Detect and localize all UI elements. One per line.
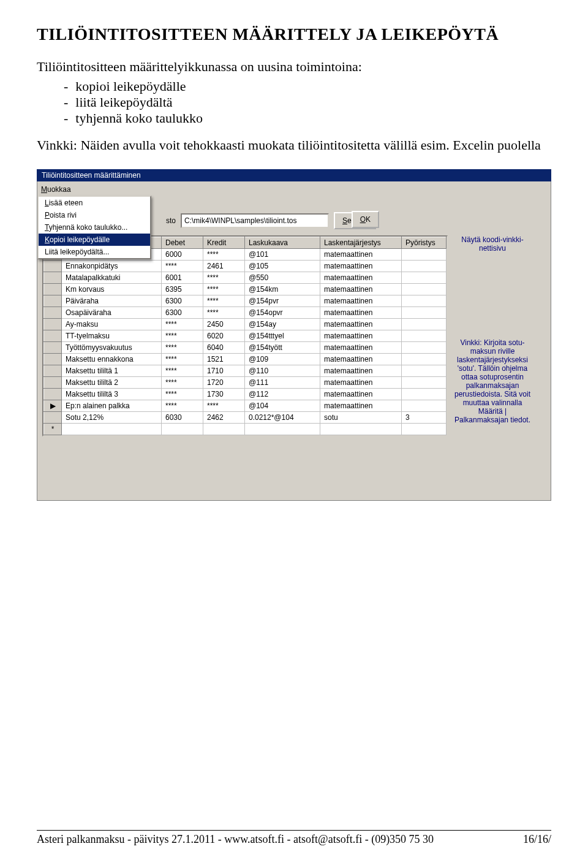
cell[interactable]: 3: [402, 412, 447, 424]
cell[interactable]: 1521: [203, 354, 245, 365]
cell[interactable]: Ennakonpidätys: [62, 261, 162, 272]
cell[interactable]: ****: [162, 342, 203, 354]
cell[interactable]: @154pvr: [245, 295, 320, 307]
table-row[interactable]: Osapäiväraha6300****@154opvrmatemaattine…: [44, 307, 447, 319]
cell[interactable]: sotu: [320, 412, 402, 424]
cell[interactable]: matemaattinen: [320, 342, 402, 354]
table-row[interactable]: Matalapalkkatuki6001****@550matemaattine…: [44, 272, 447, 284]
table-row[interactable]: TT-tyelmaksu****6020@154tttyelmatemaatti…: [44, 330, 447, 342]
cell[interactable]: [402, 284, 447, 295]
cell[interactable]: [203, 424, 245, 435]
cell[interactable]: 6020: [203, 330, 245, 342]
cell[interactable]: [402, 400, 447, 412]
open-dropdown[interactable]: Lisää eteen Poista rivi Tyhjennä koko ta…: [37, 196, 151, 259]
cell[interactable]: ****: [203, 249, 245, 261]
cell[interactable]: 2461: [203, 261, 245, 272]
cell[interactable]: @154km: [245, 284, 320, 295]
menu-item-liita[interactable]: Liitä leikepöydältä...: [39, 246, 150, 258]
table-row[interactable]: Km korvaus6395****@154kmmatemaattinen: [44, 284, 447, 295]
menu-item-kopioi[interactable]: Kopioi leikepöydälle: [39, 234, 150, 246]
cell[interactable]: [402, 342, 447, 354]
cell[interactable]: matemaattinen: [320, 272, 402, 284]
cell[interactable]: ****: [162, 261, 203, 272]
table-row[interactable]: Työttömyysvakuutus****6040@154työttmatem…: [44, 342, 447, 354]
cell[interactable]: [402, 307, 447, 319]
cell[interactable]: Työttömyysvakuutus: [62, 342, 162, 354]
table-row[interactable]: Ay-maksu****2450@154aymatemaattinen: [44, 319, 447, 330]
cell[interactable]: [402, 249, 447, 261]
cell[interactable]: @154opvr: [245, 307, 320, 319]
cell[interactable]: Maksettu ennakkona: [62, 354, 162, 365]
table-row[interactable]: Päiväraha6300****@154pvrmatemaattinen: [44, 295, 447, 307]
menu-item-poista[interactable]: Poista rivi: [39, 209, 150, 221]
cell[interactable]: matemaattinen: [320, 307, 402, 319]
cell[interactable]: @550: [245, 272, 320, 284]
cell[interactable]: matemaattinen: [320, 365, 402, 377]
cell[interactable]: Maksettu tililtä 3: [62, 389, 162, 400]
menu-muokkaa[interactable]: Muokkaa: [41, 185, 71, 194]
cell[interactable]: [402, 354, 447, 365]
cell[interactable]: [402, 295, 447, 307]
cell[interactable]: 1720: [203, 377, 245, 389]
cell[interactable]: @104: [245, 400, 320, 412]
cell[interactable]: matemaattinen: [320, 400, 402, 412]
cell[interactable]: [402, 365, 447, 377]
cell[interactable]: @110: [245, 365, 320, 377]
table-row[interactable]: ▶Ep:n alainen palkka********@104matemaat…: [44, 400, 447, 412]
cell[interactable]: [402, 261, 447, 272]
cell[interactable]: [402, 272, 447, 284]
cell[interactable]: [162, 424, 203, 435]
cell[interactable]: matemaattinen: [320, 319, 402, 330]
cell[interactable]: ****: [203, 284, 245, 295]
table-row[interactable]: Sotu 2,12%603024620.0212*@104sotu3: [44, 412, 447, 424]
cell[interactable]: ****: [203, 272, 245, 284]
cell[interactable]: ****: [162, 354, 203, 365]
cell[interactable]: @105: [245, 261, 320, 272]
menu-item-tyhjenna[interactable]: Tyhjennä koko taulukko...: [39, 221, 150, 234]
cell[interactable]: 6395: [162, 284, 203, 295]
side-link[interactable]: Näytä koodi-vinkki-nettisivu: [453, 235, 532, 253]
cell[interactable]: Osapäiväraha: [62, 307, 162, 319]
cell[interactable]: [402, 424, 447, 435]
cell[interactable]: Ay-maksu: [62, 319, 162, 330]
table-row[interactable]: *: [44, 424, 447, 435]
table-row[interactable]: Maksettu tililtä 1****1710@110matemaatti…: [44, 365, 447, 377]
cell[interactable]: @109: [245, 354, 320, 365]
cell[interactable]: ****: [162, 365, 203, 377]
cell[interactable]: matemaattinen: [320, 330, 402, 342]
menubar[interactable]: Muokkaa: [37, 184, 551, 195]
table-row[interactable]: Maksettu tililtä 3****1730@112matemaatti…: [44, 389, 447, 400]
cell[interactable]: [402, 389, 447, 400]
cell[interactable]: matemaattinen: [320, 284, 402, 295]
cell[interactable]: ****: [162, 330, 203, 342]
ok-button[interactable]: OK: [352, 211, 379, 228]
cell[interactable]: @111: [245, 377, 320, 389]
menu-item-lisaa[interactable]: Lisää eteen: [39, 197, 150, 209]
cell[interactable]: Ep:n alainen palkka: [62, 400, 162, 412]
cell[interactable]: ****: [162, 377, 203, 389]
cell[interactable]: @154ay: [245, 319, 320, 330]
table-row[interactable]: Maksettu ennakkona****1521@109matemaatti…: [44, 354, 447, 365]
cell[interactable]: ****: [162, 389, 203, 400]
cell[interactable]: ****: [162, 400, 203, 412]
cell[interactable]: Km korvaus: [62, 284, 162, 295]
cell[interactable]: matemaattinen: [320, 295, 402, 307]
cell[interactable]: 2462: [203, 412, 245, 424]
cell[interactable]: matemaattinen: [320, 377, 402, 389]
cell[interactable]: [320, 424, 402, 435]
cell[interactable]: [402, 319, 447, 330]
cell[interactable]: 0.0212*@104: [245, 412, 320, 424]
cell[interactable]: [245, 424, 320, 435]
cell[interactable]: @154tyött: [245, 342, 320, 354]
cell[interactable]: ****: [203, 295, 245, 307]
cell[interactable]: TT-tyelmaksu: [62, 330, 162, 342]
cell[interactable]: Maksettu tililtä 1: [62, 365, 162, 377]
cell[interactable]: 6001: [162, 272, 203, 284]
cell[interactable]: @101: [245, 249, 320, 261]
cell[interactable]: @112: [245, 389, 320, 400]
cell[interactable]: 6000: [162, 249, 203, 261]
cell[interactable]: ****: [203, 307, 245, 319]
cell[interactable]: Päiväraha: [62, 295, 162, 307]
cell[interactable]: Maksettu tililtä 2: [62, 377, 162, 389]
cell[interactable]: matemaattinen: [320, 261, 402, 272]
